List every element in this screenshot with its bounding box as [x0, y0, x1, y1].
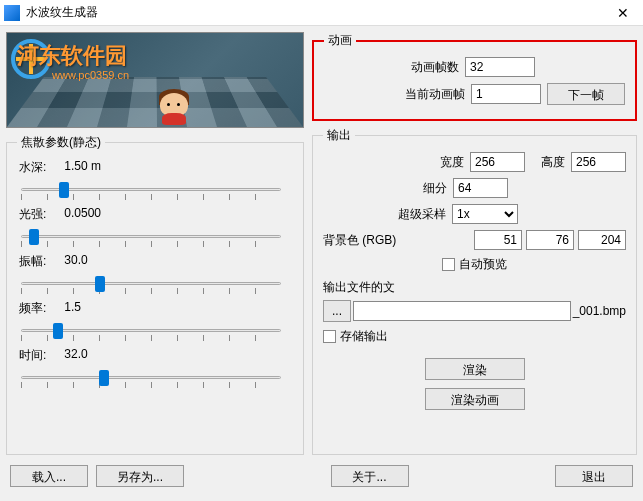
current-frame-input[interactable] [471, 84, 541, 104]
amplitude-label: 振幅: [19, 253, 46, 270]
watermark-url: www.pc0359.cn [52, 69, 129, 81]
caustics-legend: 焦散参数(静态) [17, 134, 105, 151]
frames-input[interactable] [465, 57, 535, 77]
autopreview-label: 自动预览 [459, 256, 507, 273]
next-frame-button[interactable]: 下一帧 [547, 83, 625, 105]
preview-image: 河东软件园 www.pc0359.cn [6, 32, 304, 128]
current-frame-label: 当前动画帧 [405, 86, 465, 103]
animation-legend: 动画 [324, 32, 356, 49]
width-label: 宽度 [440, 154, 464, 171]
saveas-button[interactable]: 另存为... [96, 465, 184, 487]
time-slider[interactable] [17, 366, 285, 390]
render-anim-button[interactable]: 渲染动画 [425, 388, 525, 410]
window-title: 水波纹生成器 [26, 4, 603, 21]
caustics-group: 焦散参数(静态) 水深:1.50 m 光强:0.0500 振幅:30.0 频率:… [6, 134, 304, 455]
intensity-value: 0.0500 [64, 206, 101, 223]
time-label: 时间: [19, 347, 46, 364]
amplitude-slider[interactable] [17, 272, 285, 296]
bg-g-input[interactable] [526, 230, 574, 250]
subdiv-input[interactable] [453, 178, 508, 198]
autopreview-checkbox[interactable]: 自动预览 [442, 256, 507, 273]
intensity-label: 光强: [19, 206, 46, 223]
animation-group: 动画 动画帧数 当前动画帧 下一帧 [312, 32, 637, 121]
time-value: 32.0 [64, 347, 87, 364]
about-button[interactable]: 关于... [331, 465, 409, 487]
app-icon [4, 5, 20, 21]
output-legend: 输出 [323, 127, 355, 144]
load-button[interactable]: 载入... [10, 465, 88, 487]
subdiv-label: 细分 [423, 180, 447, 197]
outfile-label: 输出文件的文 [323, 279, 626, 296]
watermark-text: 河东软件园 [17, 41, 127, 71]
intensity-slider[interactable] [17, 225, 285, 249]
mascot-icon [155, 87, 193, 125]
bg-r-input[interactable] [474, 230, 522, 250]
frequency-slider[interactable] [17, 319, 285, 343]
supersample-select[interactable]: 1x [452, 204, 518, 224]
outfile-input[interactable] [353, 301, 571, 321]
output-group: 输出 宽度 高度 细分 超级采样 1x 背景色 (RGB) [312, 127, 637, 455]
height-label: 高度 [541, 154, 565, 171]
frames-label: 动画帧数 [411, 59, 459, 76]
browse-button[interactable]: ... [323, 300, 351, 322]
frequency-value: 1.5 [64, 300, 81, 317]
close-button[interactable]: ✕ [603, 0, 643, 26]
titlebar: 水波纹生成器 ✕ [0, 0, 643, 26]
frequency-label: 频率: [19, 300, 46, 317]
depth-label: 水深: [19, 159, 46, 176]
outfile-suffix: _001.bmp [573, 304, 626, 318]
depth-slider[interactable] [17, 178, 285, 202]
bottom-bar: 载入... 另存为... 关于... 退出 [0, 461, 643, 495]
depth-value: 1.50 m [64, 159, 101, 176]
bgcolor-label: 背景色 (RGB) [323, 232, 396, 249]
supersample-label: 超级采样 [398, 206, 446, 223]
render-button[interactable]: 渲染 [425, 358, 525, 380]
width-input[interactable] [470, 152, 525, 172]
amplitude-value: 30.0 [64, 253, 87, 270]
save-output-label: 存储输出 [340, 328, 388, 345]
bg-b-input[interactable] [578, 230, 626, 250]
exit-button[interactable]: 退出 [555, 465, 633, 487]
height-input[interactable] [571, 152, 626, 172]
save-output-checkbox[interactable]: 存储输出 [323, 328, 388, 345]
